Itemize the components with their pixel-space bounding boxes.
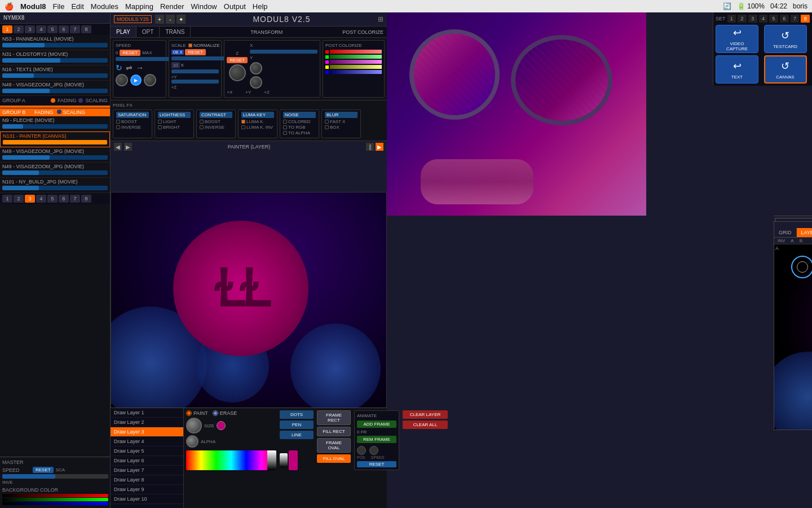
lightness-light-checkbox[interactable] bbox=[158, 120, 162, 124]
bp-tab-layer[interactable]: LAYER bbox=[797, 228, 813, 237]
rotation-knob[interactable] bbox=[229, 64, 246, 81]
painter-play-btn[interactable]: ▶ bbox=[376, 143, 383, 151]
fill-oval-btn[interactable]: FILL OVAL bbox=[317, 454, 351, 463]
group-b-tab-5[interactable]: 5 bbox=[47, 195, 58, 203]
ping-pong-btn[interactable]: ⇌ bbox=[126, 63, 133, 72]
fx-contrast-inverse[interactable]: INVERSE bbox=[200, 125, 232, 130]
noise-to-alpha-checkbox[interactable] bbox=[283, 131, 287, 135]
draw-layer-9[interactable]: Draw Layer 9 bbox=[111, 485, 183, 494]
layer-item-visagezoom2[interactable]: N49 - VISAGEZOOM_JPG (MOVIE) bbox=[0, 147, 110, 163]
group-b-tab-7[interactable]: 7 bbox=[70, 195, 80, 203]
fx-lightness-light[interactable]: LIGHT bbox=[158, 119, 191, 124]
anim-knob-speed[interactable] bbox=[369, 446, 378, 455]
paint-radio[interactable] bbox=[186, 410, 192, 416]
fx-blur-fast-x[interactable]: FAST X bbox=[325, 119, 358, 124]
fx-blur-box[interactable]: BOX bbox=[325, 125, 358, 130]
x-knob[interactable] bbox=[250, 62, 262, 75]
layer-slider-text1[interactable] bbox=[2, 73, 108, 78]
bp-tab-grid[interactable]: GRID bbox=[774, 228, 797, 237]
draw-layer-2[interactable]: Draw Layer 2 bbox=[111, 418, 183, 427]
menu-render[interactable]: Render bbox=[160, 2, 184, 11]
color-slider-b[interactable] bbox=[2, 502, 108, 505]
add-layer-btn[interactable]: + bbox=[155, 15, 164, 24]
add-frame-btn[interactable]: ADD FRAME bbox=[357, 421, 396, 428]
layer-slider-painter[interactable] bbox=[3, 140, 107, 144]
set-num-2[interactable]: 2 bbox=[738, 15, 747, 23]
color-palette[interactable] bbox=[186, 450, 276, 470]
tab-2[interactable]: 2 bbox=[14, 25, 24, 33]
layer-item-visagezoom3[interactable]: N49 - VISAGEZOOM_JPG (MOVIE) bbox=[0, 163, 110, 178]
group-b-tab-2[interactable]: 2 bbox=[14, 195, 24, 203]
set-num-5[interactable]: 5 bbox=[769, 15, 778, 23]
layer-slider-visagezoom1[interactable] bbox=[2, 89, 108, 93]
colorize-slider-r[interactable] bbox=[330, 50, 382, 54]
color-slider-r[interactable] bbox=[2, 494, 108, 497]
layer-slider-visagezoom2[interactable] bbox=[2, 155, 108, 160]
tab-1[interactable]: 1 bbox=[2, 25, 12, 33]
contrast-boost-checkbox[interactable] bbox=[200, 120, 204, 124]
pen-btn[interactable]: PEN bbox=[280, 421, 314, 429]
draw-layer-4[interactable]: Draw Layer 4 bbox=[111, 437, 183, 446]
layer-item-fleche[interactable]: N9 - FLECHE (MOVIE) bbox=[0, 116, 110, 132]
layer-item-oldstory[interactable]: N31 - OLDSTORY2 (MOVIE) bbox=[0, 50, 110, 65]
layer-slider-visagezoom3[interactable] bbox=[2, 170, 108, 175]
draw-layer-3[interactable]: Draw Layer 3 bbox=[111, 427, 183, 437]
blur-box-checkbox[interactable] bbox=[325, 125, 329, 129]
noise-to-rgb-checkbox[interactable] bbox=[283, 125, 287, 129]
opt-tab[interactable]: OPT bbox=[136, 27, 160, 37]
lightness-bright-checkbox[interactable] bbox=[158, 125, 162, 129]
group-b-tab-3[interactable]: 3 bbox=[25, 195, 35, 203]
frame-rect-btn[interactable]: FRAME RECT bbox=[317, 410, 351, 425]
module-close-btn[interactable]: ⊞ bbox=[378, 15, 383, 23]
set-num-8[interactable]: 8 bbox=[801, 15, 810, 23]
draw-layer-10[interactable]: Draw Layer 10 bbox=[111, 494, 183, 504]
clear-all-btn[interactable]: CLEAR ALL bbox=[403, 421, 448, 429]
dots-btn[interactable]: DOTS bbox=[280, 410, 314, 419]
canvas-btn[interactable]: ↺ CANVAS bbox=[764, 55, 807, 84]
saturation-inverse-checkbox[interactable] bbox=[116, 125, 120, 129]
master-speed-slider[interactable] bbox=[2, 474, 108, 479]
set-num-1[interactable]: 1 bbox=[727, 15, 736, 23]
fx-noise-to-alpha[interactable]: TO ALPHA bbox=[283, 130, 316, 135]
y-knob[interactable] bbox=[250, 76, 262, 89]
testcard-btn[interactable]: ↺ TESTCARD bbox=[764, 25, 807, 53]
set-num-7[interactable]: 7 bbox=[791, 15, 800, 23]
layer-slider-nybuild[interactable] bbox=[2, 186, 108, 190]
size-knob[interactable] bbox=[186, 418, 202, 433]
layer-slider-panneaux[interactable] bbox=[2, 43, 108, 47]
draw-layer-8[interactable]: Draw Layer 8 bbox=[111, 475, 183, 485]
noise-colored-checkbox[interactable] bbox=[283, 120, 287, 124]
set-num-4[interactable]: 4 bbox=[759, 15, 768, 23]
group-b-tab-1[interactable]: 1 bbox=[2, 195, 12, 203]
line-btn[interactable]: LINE bbox=[280, 431, 314, 439]
clear-layer-btn[interactable]: CLEAR LAYER bbox=[403, 410, 448, 419]
draw-layer-7[interactable]: Draw Layer 7 bbox=[111, 466, 183, 475]
normalize-checkbox[interactable] bbox=[188, 43, 192, 47]
scale-sub-slider[interactable] bbox=[171, 69, 219, 73]
menu-mapping[interactable]: Mapping bbox=[125, 2, 153, 11]
layer-item-panneaux[interactable]: N53 - PANNEAUXALL (MOVIE) bbox=[0, 35, 110, 50]
menu-window[interactable]: Window bbox=[191, 2, 217, 11]
scale-xy-btn[interactable]: OE X bbox=[171, 50, 184, 55]
color-slider-g[interactable] bbox=[2, 498, 108, 501]
layer-slider-oldstory[interactable] bbox=[2, 58, 108, 63]
layer-item-painter[interactable]: N131 - PAINTER (CANVAS) bbox=[0, 132, 110, 147]
set-num-3[interactable]: 3 bbox=[748, 15, 757, 23]
luma-k-checkbox[interactable] bbox=[241, 120, 245, 124]
master-reset-btn[interactable]: RESET bbox=[33, 467, 54, 473]
x-slider[interactable] bbox=[250, 50, 317, 54]
speed-reset-btn[interactable]: RESET bbox=[120, 50, 140, 56]
remove-layer-btn[interactable]: - bbox=[166, 15, 175, 24]
group-b-tab-8[interactable]: 8 bbox=[81, 195, 91, 203]
group-b-tab-6[interactable]: 6 bbox=[59, 195, 69, 203]
fx-noise-colored[interactable]: COLORED bbox=[283, 119, 316, 124]
anim-knob-pos[interactable] bbox=[357, 446, 366, 455]
menu-output[interactable]: Output bbox=[224, 2, 246, 11]
tab-6[interactable]: 6 bbox=[59, 25, 69, 33]
trans-tab[interactable]: TRANS bbox=[160, 27, 191, 37]
tab-8[interactable]: 8 bbox=[81, 25, 91, 33]
menu-file[interactable]: File bbox=[53, 2, 65, 11]
contrast-inverse-checkbox[interactable] bbox=[200, 125, 204, 129]
painter-prev-btn[interactable]: ◀ bbox=[114, 143, 122, 151]
tab-5[interactable]: 5 bbox=[47, 25, 58, 33]
